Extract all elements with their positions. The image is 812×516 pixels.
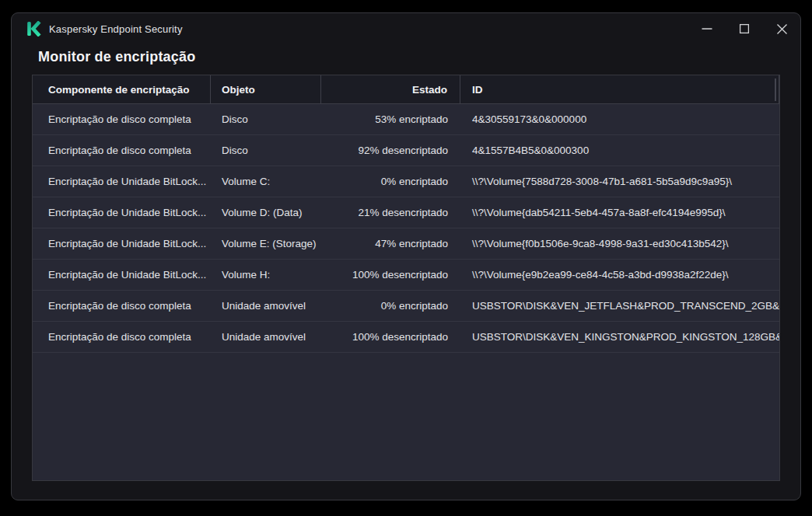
maximize-icon xyxy=(739,23,750,34)
close-button[interactable] xyxy=(763,13,800,44)
cell-componente: Encriptação de disco completa xyxy=(33,322,211,352)
titlebar[interactable]: Kaspersky Endpoint Security xyxy=(12,13,800,44)
cell-id: USBSTOR\DISK&VEN_JETFLASH&PROD_TRANSCEND… xyxy=(460,291,779,321)
maximize-button[interactable] xyxy=(726,13,763,44)
cell-componente: Encriptação de disco completa xyxy=(33,291,211,321)
cell-objeto: Unidade amovível xyxy=(211,291,321,321)
table-body: Encriptação de disco completa Disco 53% … xyxy=(33,104,779,353)
table-scrollbar[interactable] xyxy=(775,78,776,101)
minimize-icon xyxy=(702,23,712,34)
cell-componente: Encriptação de Unidade BitLock... xyxy=(33,228,211,259)
app-window: Kaspersky Endpoint Security xyxy=(11,12,801,500)
table-row[interactable]: Encriptação de Unidade BitLock... Volume… xyxy=(33,260,779,291)
table-row[interactable]: Encriptação de Unidade BitLock... Volume… xyxy=(33,197,779,228)
cell-id: 4&1557B4B5&0&000300 xyxy=(460,135,779,166)
cell-componente: Encriptação de disco completa xyxy=(33,104,211,134)
column-header-id[interactable]: ID xyxy=(460,75,779,103)
encryption-monitor-table: Componente de encriptação Objeto Estado … xyxy=(32,75,780,481)
cell-estado: 53% encriptado xyxy=(321,104,460,134)
minimize-button[interactable] xyxy=(688,13,726,44)
cell-id: 4&30559173&0&000000 xyxy=(460,104,779,134)
cell-componente: Encriptação de disco completa xyxy=(33,135,211,166)
column-header-estado[interactable]: Estado xyxy=(321,75,460,103)
cell-estado: 47% encriptado xyxy=(321,228,460,259)
cell-estado: 0% encriptado xyxy=(321,166,460,197)
table-row[interactable]: Encriptação de Unidade BitLock... Volume… xyxy=(33,228,779,260)
cell-id: \\?\Volume{dab54211-5eb4-457a-8a8f-efc41… xyxy=(460,197,779,228)
desktop-background: Kaspersky Endpoint Security xyxy=(0,0,812,516)
table-header-row: Componente de encriptação Objeto Estado … xyxy=(33,75,779,104)
cell-objeto: Volume H: xyxy=(211,260,321,290)
cell-objeto: Unidade amovível xyxy=(211,322,321,352)
window-title: Kaspersky Endpoint Security xyxy=(49,23,183,35)
cell-estado: 100% desencriptado xyxy=(321,260,460,290)
cell-objeto: Volume E: (Storage) xyxy=(211,228,321,259)
cell-estado: 100% desencriptado xyxy=(321,322,460,352)
cell-id: \\?\Volume{e9b2ea99-ce84-4c58-a3bd-d9938… xyxy=(460,260,779,290)
window-controls xyxy=(688,13,800,44)
cell-id: USBSTOR\DISK&VEN_KINGSTON&PROD_KINGSTON_… xyxy=(460,322,779,352)
cell-objeto: Disco xyxy=(211,135,321,166)
cell-objeto: Volume D: (Data) xyxy=(211,197,321,228)
cell-id: \\?\Volume{7588d728-3008-47b1-a681-5b5a9… xyxy=(460,166,779,197)
cell-objeto: Disco xyxy=(211,104,321,134)
column-header-objeto[interactable]: Objeto xyxy=(211,75,321,103)
column-header-componente[interactable]: Componente de encriptação xyxy=(33,75,211,103)
table-row[interactable]: Encriptação de disco completa Disco 53% … xyxy=(33,104,779,135)
cell-componente: Encriptação de Unidade BitLock... xyxy=(33,166,211,197)
cell-componente: Encriptação de Unidade BitLock... xyxy=(33,197,211,228)
table-row[interactable]: Encriptação de disco completa Disco 92% … xyxy=(33,135,779,166)
cell-id: \\?\Volume{f0b1506e-9ca8-4998-9a31-ed30c… xyxy=(460,228,779,259)
table-row[interactable]: Encriptação de disco completa Unidade am… xyxy=(33,291,779,322)
cell-objeto: Volume C: xyxy=(211,166,321,197)
kaspersky-k-logo-icon xyxy=(26,21,41,37)
cell-estado: 92% desencriptado xyxy=(321,135,460,166)
cell-componente: Encriptação de Unidade BitLock... xyxy=(33,260,211,290)
cell-estado: 21% desencriptado xyxy=(321,197,460,228)
table-row[interactable]: Encriptação de Unidade BitLock... Volume… xyxy=(33,166,779,197)
table-row[interactable]: Encriptação de disco completa Unidade am… xyxy=(33,322,779,353)
cell-estado: 0% encriptado xyxy=(321,291,460,321)
page-title: Monitor de encriptação xyxy=(38,49,800,65)
close-icon xyxy=(776,23,788,35)
